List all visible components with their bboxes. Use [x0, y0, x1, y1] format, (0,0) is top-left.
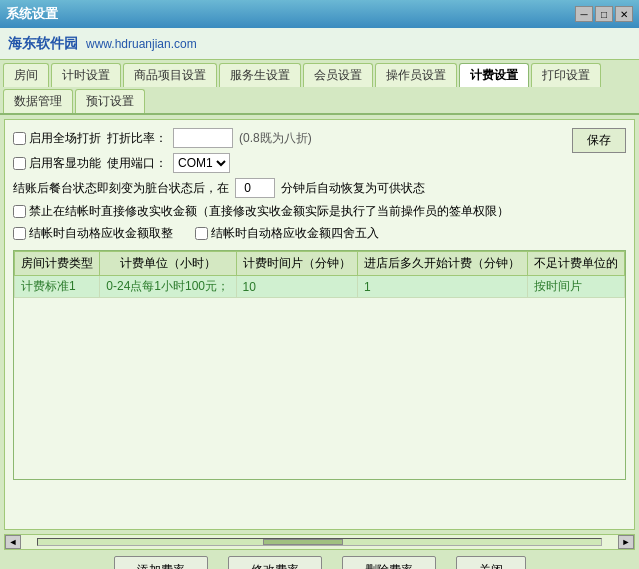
minimize-button[interactable]: ─ [575, 6, 593, 22]
discount-rate-label: 打折比率： [107, 130, 167, 147]
tab-bar: 房间 计时设置 商品项目设置 服务生设置 会员设置 操作员设置 计费设置 打印设… [0, 60, 639, 115]
maximize-button[interactable]: □ [595, 6, 613, 22]
watermark-bar: 海东软件园 www.hdruanjian.com [0, 28, 639, 60]
restrict-checkbox[interactable] [13, 205, 26, 218]
round-integer-checkbox[interactable] [13, 227, 26, 240]
discount-checkbox-label[interactable]: 启用全场打折 [13, 130, 101, 147]
billing-table: 房间计费类型 计费单位（小时） 计费时间片（分钟） 进店后多久开始计费（分钟） … [14, 251, 625, 298]
tab-goods[interactable]: 商品项目设置 [123, 63, 217, 87]
tab-booking[interactable]: 预订设置 [75, 89, 145, 113]
round-row: 结帐时自动格应收金额取整 结帐时自动格应收金额四舍五入 [13, 225, 626, 242]
cell-partial: 按时间片 [527, 276, 624, 298]
table-header-row: 房间计费类型 计费单位（小时） 计费时间片（分钟） 进店后多久开始计费（分钟） … [15, 252, 625, 276]
checkout-label: 结账后餐台状态即刻变为脏台状态后，在 [13, 180, 229, 197]
discount-checkbox[interactable] [13, 132, 26, 145]
cell-unit: 0-24点每1小时100元； [100, 276, 236, 298]
col-partial: 不足计费单位的 [527, 252, 624, 276]
watermark-logo: 海东软件园 [8, 35, 78, 53]
watermark-url: www.hdruanjian.com [86, 37, 197, 51]
scrollbar-thumb[interactable] [263, 539, 343, 545]
discount-hint: (0.8既为八折) [239, 130, 312, 147]
add-rate-button[interactable]: 添加费率 [114, 556, 208, 569]
window-controls[interactable]: ─ □ ✕ [575, 6, 633, 22]
checkout-time-row: 结账后餐台状态即刻变为脏台状态后，在 分钟后自动恢复为可供状态 [13, 178, 626, 198]
edit-rate-button[interactable]: 修改费率 [228, 556, 322, 569]
close-window-button[interactable]: ✕ [615, 6, 633, 22]
client-display-checkbox[interactable] [13, 157, 26, 170]
table-row[interactable]: 计费标准1 0-24点每1小时100元； 10 1 按时间片 [15, 276, 625, 298]
restrict-text: 禁止在结帐时直接修改实收金额（直接修改实收金额实际是执行了当前操作员的签单权限） [29, 203, 509, 220]
col-timeslice: 计费时间片（分钟） [236, 252, 357, 276]
title-bar: 系统设置 ─ □ ✕ [0, 0, 639, 28]
cell-type: 计费标准1 [15, 276, 100, 298]
cell-timeslice: 10 [236, 276, 357, 298]
restrict-label[interactable]: 禁止在结帐时直接修改实收金额（直接修改实收金额实际是执行了当前操作员的签单权限） [13, 203, 509, 220]
delete-rate-button[interactable]: 删除费率 [342, 556, 436, 569]
round-integer-text: 结帐时自动格应收金额取整 [29, 225, 173, 242]
round-half-label[interactable]: 结帐时自动格应收金额四舍五入 [195, 225, 379, 242]
table-body: 计费标准1 0-24点每1小时100元； 10 1 按时间片 [15, 276, 625, 298]
tab-print[interactable]: 打印设置 [531, 63, 601, 87]
tab-fang[interactable]: 房间 [3, 63, 49, 87]
minutes-input[interactable] [235, 178, 275, 198]
round-integer-label[interactable]: 结帐时自动格应收金额取整 [13, 225, 173, 242]
main-content: 启用全场打折 打折比率： (0.8既为八折) 保存 启用客显功能 使用端口： C… [4, 119, 635, 530]
round-half-checkbox[interactable] [195, 227, 208, 240]
save-button[interactable]: 保存 [572, 128, 626, 153]
window-title: 系统设置 [6, 5, 575, 23]
col-unit: 计费单位（小时） [100, 252, 236, 276]
horizontal-scrollbar[interactable]: ◄ ► [4, 534, 635, 550]
tab-member[interactable]: 会员设置 [303, 63, 373, 87]
scrollbar-track[interactable] [37, 538, 602, 546]
tab-timeset[interactable]: 计时设置 [51, 63, 121, 87]
scroll-left-button[interactable]: ◄ [5, 535, 21, 549]
billing-table-container: 房间计费类型 计费单位（小时） 计费时间片（分钟） 进店后多久开始计费（分钟） … [13, 250, 626, 480]
client-display-row: 启用客显功能 使用端口： COM1 COM2 COM3 COM4 [13, 153, 626, 173]
tab-service[interactable]: 服务生设置 [219, 63, 301, 87]
discount-input[interactable] [173, 128, 233, 148]
tab-operator[interactable]: 操作员设置 [375, 63, 457, 87]
cell-delay: 1 [357, 276, 527, 298]
discount-section: 启用全场打折 打折比率： (0.8既为八折) [13, 128, 312, 148]
close-button[interactable]: 关闭 [456, 556, 526, 569]
bottom-bar: 添加费率 修改费率 删除费率 关闭 [0, 550, 639, 569]
port-select[interactable]: COM1 COM2 COM3 COM4 [173, 153, 230, 173]
port-label: 使用端口： [107, 155, 167, 172]
col-delay: 进店后多久开始计费（分钟） [357, 252, 527, 276]
checkout-hint: 分钟后自动恢复为可供状态 [281, 180, 425, 197]
restrict-row: 禁止在结帐时直接修改实收金额（直接修改实收金额实际是执行了当前操作员的签单权限） [13, 203, 626, 220]
col-type: 房间计费类型 [15, 252, 100, 276]
discount-row: 启用全场打折 打折比率： (0.8既为八折) 保存 [13, 128, 626, 153]
scroll-right-button[interactable]: ► [618, 535, 634, 549]
client-display-label[interactable]: 启用客显功能 [13, 155, 101, 172]
round-half-text: 结帐时自动格应收金额四舍五入 [211, 225, 379, 242]
discount-label: 启用全场打折 [29, 130, 101, 147]
client-display-text: 启用客显功能 [29, 155, 101, 172]
tab-data[interactable]: 数据管理 [3, 89, 73, 113]
tab-billing[interactable]: 计费设置 [459, 63, 529, 87]
